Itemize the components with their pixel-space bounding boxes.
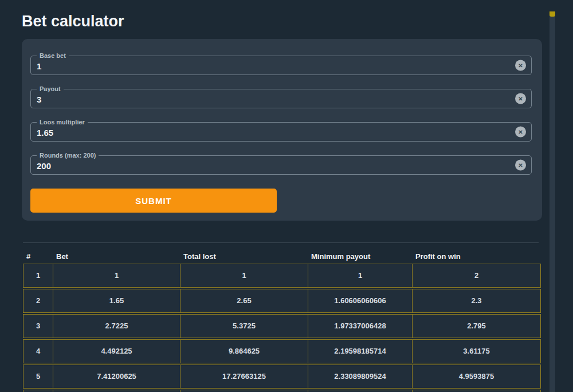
table-cell: 1	[308, 264, 413, 287]
table-cell: 1.97337006428	[308, 315, 413, 338]
table-cell: 2.33089809524	[308, 365, 413, 388]
rounds-field: Rounds (max: 200) ✕	[30, 155, 532, 175]
results-table: # Bet Total lost Minimum payout Profit o…	[23, 250, 541, 392]
table-cell: 4	[23, 340, 53, 363]
table-cell: 1.65	[53, 289, 180, 312]
clear-icon: ✕	[518, 162, 523, 168]
payout-input[interactable]	[31, 89, 531, 108]
bet-calculator-form: Base bet ✕ Payout ✕ Loos multiplier ✕ Ro…	[22, 39, 542, 221]
table-row: 5 7.41200625 17.27663125 2.33089809524 4…	[23, 364, 541, 389]
table-header-row: # Bet Total lost Minimum payout Profit o…	[23, 250, 541, 262]
table-cell: 4.492125	[53, 340, 180, 363]
submit-button[interactable]: SUBMIT	[30, 189, 277, 213]
column-header-total-lost: Total lost	[180, 252, 308, 261]
scrollbar-track[interactable]	[550, 11, 555, 392]
table-row: 2 1.65 2.65 1.60606060606 2.3	[23, 289, 541, 313]
loss-multiplier-clear-button[interactable]: ✕	[515, 127, 526, 138]
table-cell: 9.864625	[180, 340, 308, 363]
table-row: 3 2.7225 5.3725 1.97337006428 2.795	[23, 314, 541, 338]
base-bet-clear-button[interactable]: ✕	[515, 60, 526, 71]
table-cell: 2.19598185714	[308, 340, 413, 363]
table-cell: 2.3	[413, 289, 540, 312]
table-cell: 1	[23, 264, 53, 287]
column-header-bet: Bet	[53, 252, 180, 261]
table-row: 4 4.492125 9.864625 2.19598185714 3.6117…	[23, 339, 541, 363]
clear-icon: ✕	[518, 62, 523, 68]
table-cell: 2.65	[180, 289, 308, 312]
clear-icon: ✕	[518, 96, 523, 101]
base-bet-input[interactable]	[31, 56, 531, 75]
payout-clear-button[interactable]: ✕	[515, 93, 526, 104]
scrollbar-thumb[interactable]	[550, 11, 555, 17]
loss-multiplier-input[interactable]	[31, 123, 531, 141]
table-cell: 2.7225	[53, 315, 180, 338]
payout-field: Payout ✕	[30, 89, 532, 108]
table-cell: 7.41200625	[53, 365, 180, 388]
table-cell: 3.61175	[413, 340, 540, 363]
loss-multiplier-field: Loos multiplier ✕	[30, 122, 532, 142]
column-header-profit-on-win: Profit on win	[412, 252, 541, 261]
table-cell: 3	[23, 315, 53, 338]
column-header-minimum-payout: Minimum payout	[308, 252, 412, 261]
rounds-input[interactable]	[31, 156, 531, 174]
divider	[23, 242, 539, 243]
table-cell: 2.795	[413, 315, 540, 338]
table-cell: 5	[23, 365, 53, 388]
table-cell: 1.60606060606	[308, 289, 413, 312]
table-row: 1 1 1 1 2	[23, 264, 541, 288]
table-cell: 1	[53, 264, 180, 287]
table-cell: 5.3725	[180, 315, 308, 338]
table-cell: 1	[180, 264, 308, 287]
table-cell: 2	[413, 264, 540, 287]
page-title: Bet calculator	[22, 11, 573, 31]
table-cell: 4.9593875	[413, 365, 540, 388]
page: Bet calculator Base bet ✕ Payout ✕ Loos …	[0, 11, 573, 392]
table-row-partial	[23, 390, 541, 392]
column-header-number: #	[23, 252, 53, 261]
rounds-clear-button[interactable]: ✕	[515, 160, 526, 171]
clear-icon: ✕	[518, 129, 523, 135]
table-cell: 17.27663125	[180, 365, 308, 388]
table-cell: 2	[23, 289, 53, 312]
base-bet-field: Base bet ✕	[30, 56, 532, 75]
